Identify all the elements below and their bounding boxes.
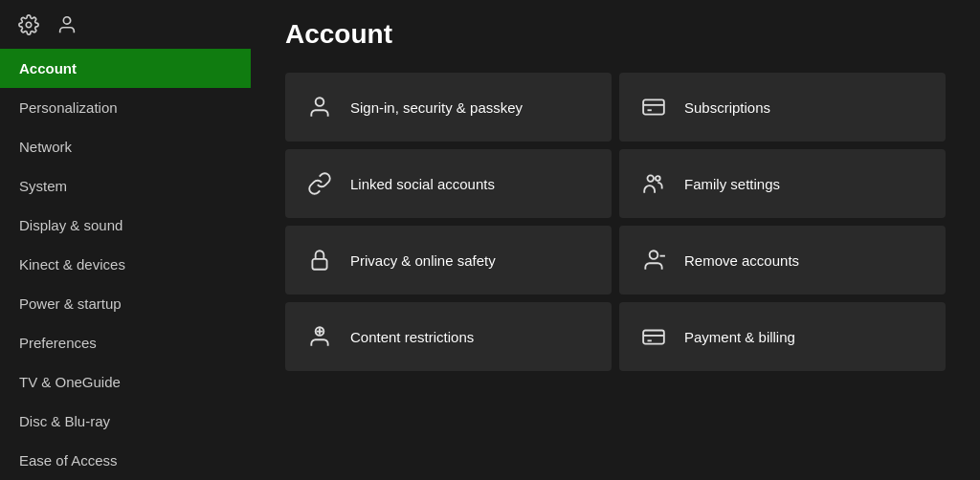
content-restrictions-card[interactable]: Content restrictions	[285, 302, 612, 371]
subscriptions-label: Subscriptions	[684, 99, 770, 116]
family-settings-label: Family settings	[684, 176, 780, 192]
remove-icon	[638, 245, 669, 275]
account-grid: Sign-in, security & passkey Subscription…	[285, 73, 946, 371]
svg-point-7	[656, 176, 660, 181]
payment-billing-card[interactable]: Payment & billing	[619, 302, 946, 371]
privacy-label: Privacy & online safety	[350, 252, 496, 269]
sidebar-item-tv-oneguide[interactable]: TV & OneGuide	[0, 362, 251, 402]
linked-social-card[interactable]: Linked social accounts	[285, 149, 612, 218]
sidebar-item-display-sound[interactable]: Display & sound	[0, 206, 251, 245]
sidebar-item-kinect-devices[interactable]: Kinect & devices	[0, 245, 251, 284]
gear-icon[interactable]	[15, 11, 42, 38]
sign-in-security-card[interactable]: Sign-in, security & passkey	[285, 73, 612, 142]
linked-icon	[304, 168, 335, 199]
remove-accounts-label: Remove accounts	[684, 252, 799, 269]
linked-social-label: Linked social accounts	[350, 176, 495, 192]
subscriptions-card[interactable]: Subscriptions	[619, 73, 946, 142]
sidebar-item-ease-of-access[interactable]: Ease of Access	[0, 441, 251, 480]
svg-point-2	[316, 98, 324, 106]
signin-label: Sign-in, security & passkey	[350, 99, 523, 116]
payment-billing-label: Payment & billing	[684, 329, 795, 345]
page-title: Account	[285, 19, 946, 50]
signin-icon	[304, 92, 335, 122]
content-icon	[304, 321, 335, 352]
privacy-icon	[304, 245, 335, 275]
sidebar-item-disc-bluray[interactable]: Disc & Blu-ray	[0, 402, 251, 441]
sidebar-item-account[interactable]: Account	[0, 49, 251, 88]
svg-point-9	[650, 251, 658, 259]
svg-rect-8	[312, 259, 326, 270]
sidebar-item-personalization[interactable]: Personalization	[0, 88, 251, 127]
privacy-safety-card[interactable]: Privacy & online safety	[285, 226, 612, 295]
subscriptions-icon	[638, 92, 669, 122]
sidebar-item-power-startup[interactable]: Power & startup	[0, 284, 251, 323]
sidebar-top-bar	[0, 0, 251, 49]
svg-point-0	[26, 22, 32, 28]
sidebar-item-system[interactable]: System	[0, 166, 251, 206]
content-restrictions-label: Content restrictions	[350, 329, 474, 345]
family-settings-card[interactable]: Family settings	[619, 149, 946, 218]
svg-rect-3	[643, 99, 664, 114]
remove-accounts-card[interactable]: Remove accounts	[619, 226, 946, 295]
main-content: Account Sign-in, security & passkey Su	[251, 0, 980, 480]
user-icon[interactable]	[54, 11, 80, 38]
sidebar-item-preferences[interactable]: Preferences	[0, 323, 251, 362]
payment-icon	[638, 321, 669, 352]
sidebar-item-network[interactable]: Network	[0, 127, 251, 166]
svg-point-1	[63, 16, 70, 23]
svg-rect-14	[643, 331, 664, 344]
sidebar: Account Personalization Network System D…	[0, 0, 251, 480]
family-icon	[638, 168, 669, 199]
svg-point-6	[648, 175, 655, 182]
